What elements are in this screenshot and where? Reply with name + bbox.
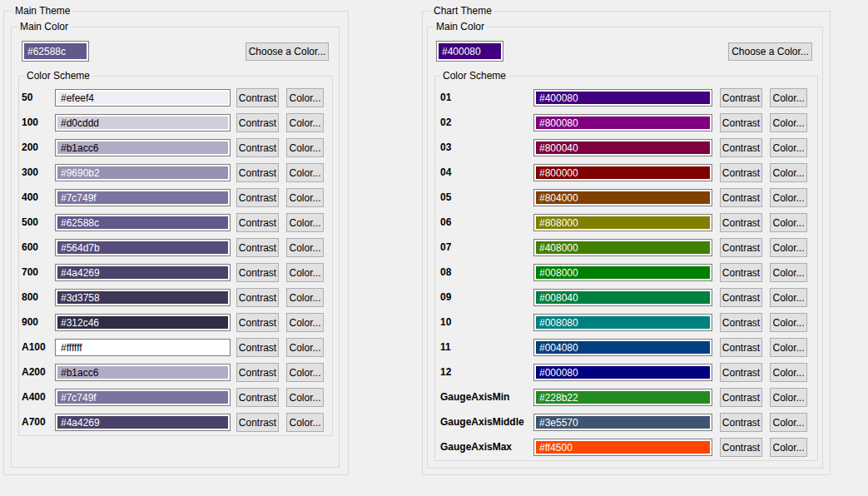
color-button[interactable]: Color...: [286, 88, 324, 107]
color-button[interactable]: Color...: [770, 313, 807, 332]
scheme-row-label: 11: [440, 338, 451, 357]
scheme-color-value: #008080: [536, 316, 710, 329]
scheme-color-field[interactable]: #000080: [533, 364, 712, 381]
scheme-color-field[interactable]: #9690b2: [55, 164, 231, 181]
scheme-row-label: 01: [440, 88, 451, 107]
main-color-group-title: Main Color: [434, 21, 487, 33]
color-button[interactable]: Color...: [770, 88, 807, 107]
contrast-button[interactable]: Contrast: [236, 238, 279, 257]
contrast-button[interactable]: Contrast: [236, 413, 279, 432]
color-button[interactable]: Color...: [286, 413, 324, 432]
contrast-button[interactable]: Contrast: [720, 363, 762, 382]
color-button[interactable]: Color...: [286, 338, 324, 357]
color-button[interactable]: Color...: [286, 363, 324, 382]
scheme-color-field[interactable]: #7c749f: [55, 389, 231, 406]
color-button[interactable]: Color...: [770, 338, 807, 357]
scheme-color-field[interactable]: #008040: [533, 289, 712, 306]
color-button[interactable]: Color...: [770, 113, 807, 132]
scheme-color-field[interactable]: #312c46: [55, 314, 231, 331]
color-button[interactable]: Color...: [286, 138, 324, 157]
color-button[interactable]: Color...: [770, 413, 807, 432]
scheme-color-field[interactable]: #800080: [533, 114, 712, 131]
contrast-button[interactable]: Contrast: [236, 313, 279, 332]
contrast-button[interactable]: Contrast: [720, 438, 762, 457]
color-button[interactable]: Color...: [286, 113, 324, 132]
color-button[interactable]: Color...: [286, 213, 324, 232]
contrast-button[interactable]: Contrast: [236, 363, 279, 382]
contrast-button[interactable]: Contrast: [236, 138, 279, 157]
choose-color-button[interactable]: Choose a Color...: [728, 42, 812, 61]
main-color-swatch[interactable]: #400080: [436, 41, 503, 62]
contrast-button[interactable]: Contrast: [720, 263, 762, 282]
scheme-color-field[interactable]: #800000: [533, 164, 712, 181]
contrast-button[interactable]: Contrast: [720, 288, 762, 307]
scheme-color-field[interactable]: #228b22: [533, 389, 712, 406]
contrast-button[interactable]: Contrast: [720, 313, 762, 332]
scheme-color-field[interactable]: #b1acc6: [55, 364, 231, 381]
scheme-row-label: 900: [22, 313, 38, 332]
color-button[interactable]: Color...: [770, 288, 807, 307]
scheme-color-field[interactable]: #d0cddd: [55, 114, 231, 131]
scheme-color-field[interactable]: #7c749f: [55, 189, 231, 206]
color-button[interactable]: Color...: [286, 288, 324, 307]
color-button[interactable]: Color...: [770, 238, 807, 257]
scheme-color-field[interactable]: #efeef4: [55, 89, 231, 107]
scheme-row-label: A400: [22, 388, 46, 407]
scheme-color-field[interactable]: #808000: [533, 214, 712, 231]
color-button[interactable]: Color...: [286, 238, 324, 257]
scheme-color-field[interactable]: #008080: [533, 314, 712, 331]
color-button[interactable]: Color...: [770, 163, 807, 182]
contrast-button[interactable]: Contrast: [720, 413, 762, 432]
color-button[interactable]: Color...: [770, 363, 807, 382]
contrast-button[interactable]: Contrast: [236, 288, 279, 307]
contrast-button[interactable]: Contrast: [236, 338, 279, 357]
color-button[interactable]: Color...: [286, 263, 324, 282]
contrast-button[interactable]: Contrast: [236, 163, 279, 182]
scheme-color-field[interactable]: #ff4500: [533, 439, 712, 456]
color-button[interactable]: Color...: [770, 438, 807, 457]
scheme-color-field[interactable]: #ffffff: [55, 339, 231, 356]
contrast-button[interactable]: Contrast: [720, 388, 762, 407]
contrast-button[interactable]: Contrast: [236, 113, 279, 132]
scheme-color-field[interactable]: #3e5570: [533, 414, 712, 431]
color-button[interactable]: Color...: [770, 188, 807, 207]
contrast-button[interactable]: Contrast: [720, 113, 762, 132]
color-button[interactable]: Color...: [286, 188, 324, 207]
color-button[interactable]: Color...: [770, 138, 807, 157]
scheme-color-field[interactable]: #b1acc6: [55, 139, 231, 156]
contrast-button[interactable]: Contrast: [236, 188, 279, 207]
scheme-color-field[interactable]: #804000: [533, 189, 712, 206]
contrast-button[interactable]: Contrast: [236, 213, 279, 232]
scheme-row-label: 800: [22, 288, 38, 307]
color-button[interactable]: Color...: [770, 263, 807, 282]
scheme-color-field[interactable]: #3d3758: [55, 289, 231, 306]
scheme-color-field[interactable]: #62588c: [55, 214, 231, 231]
main-color-swatch[interactable]: #62588c: [22, 41, 89, 62]
scheme-color-field[interactable]: #4a4269: [55, 414, 231, 431]
scheme-color-field[interactable]: #408000: [533, 239, 712, 256]
contrast-button[interactable]: Contrast: [236, 88, 279, 107]
choose-color-button[interactable]: Choose a Color...: [246, 42, 329, 61]
contrast-button[interactable]: Contrast: [720, 138, 762, 157]
color-button[interactable]: Color...: [286, 313, 324, 332]
scheme-color-field[interactable]: #400080: [533, 89, 712, 107]
contrast-button[interactable]: Contrast: [720, 188, 762, 207]
contrast-button[interactable]: Contrast: [720, 213, 762, 232]
contrast-button[interactable]: Contrast: [720, 238, 762, 257]
scheme-color-field[interactable]: #4a4269: [55, 264, 231, 281]
scheme-color-field[interactable]: #008000: [533, 264, 712, 281]
color-button[interactable]: Color...: [286, 163, 324, 182]
scheme-color-field[interactable]: #564d7b: [55, 239, 231, 256]
contrast-button[interactable]: Contrast: [720, 88, 762, 107]
scheme-color-field[interactable]: #800040: [533, 139, 712, 156]
color-button[interactable]: Color...: [770, 388, 807, 407]
color-scheme-rows: 01#400080ContrastColor...02#800080Contra…: [435, 77, 817, 460]
contrast-button[interactable]: Contrast: [720, 338, 762, 357]
contrast-button[interactable]: Contrast: [236, 388, 279, 407]
color-button[interactable]: Color...: [286, 388, 324, 407]
scheme-color-value: #3d3758: [57, 291, 228, 304]
scheme-color-field[interactable]: #004080: [533, 339, 712, 356]
contrast-button[interactable]: Contrast: [720, 163, 762, 182]
color-button[interactable]: Color...: [770, 213, 807, 232]
contrast-button[interactable]: Contrast: [236, 263, 279, 282]
